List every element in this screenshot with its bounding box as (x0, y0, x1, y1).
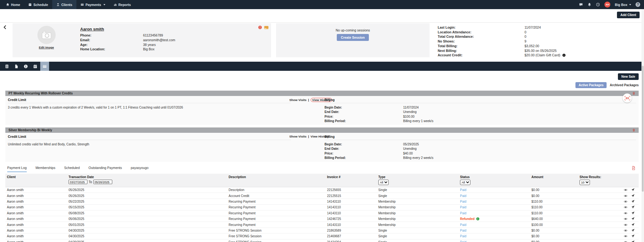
client-name-link[interactable]: Aaron smith (80, 27, 104, 31)
status-link[interactable]: Paid (460, 229, 466, 232)
tab-payasyougo[interactable]: payasyougo (131, 166, 149, 172)
cell-description: Description (227, 188, 325, 192)
status-link[interactable]: Refunded (460, 217, 475, 221)
archived-packages-tab[interactable]: Archived Packages (610, 83, 639, 87)
cell-date: 05/22/2025 (67, 200, 227, 203)
new-sale-button[interactable]: New Sale (618, 73, 639, 80)
export-pdf-icon[interactable] (631, 166, 636, 170)
nav-clients-label: Clients (61, 3, 72, 7)
view-receipt-icon[interactable] (624, 217, 628, 221)
billing-value: Billing every 2 week/s (403, 156, 433, 160)
payment-card-icon[interactable] (264, 26, 269, 29)
billing-row: Price:$40.00 (325, 151, 636, 156)
tab-memberships[interactable]: Memberships (36, 166, 55, 172)
status-link[interactable]: Paid (460, 188, 466, 192)
show-visits-link[interactable]: Show Visits (289, 135, 307, 138)
file-icon (14, 64, 19, 69)
no-payment-method-badge[interactable] (623, 93, 632, 103)
package-links: Show Visits | View History (289, 98, 326, 102)
type-select[interactable]: All (378, 180, 389, 185)
send-receipt-icon[interactable] (631, 240, 635, 242)
client-flags (258, 25, 269, 29)
history-icon[interactable] (596, 3, 600, 7)
add-client-button[interactable]: Add Client (617, 12, 640, 18)
cell-amount: $0.00 (530, 194, 578, 198)
top-nav: Home Schedule Clients Payments Reports A… (0, 0, 644, 9)
billing-value: $100.00 (403, 115, 414, 119)
send-receipt-icon[interactable] (631, 200, 635, 204)
nav-payments[interactable]: Payments (76, 0, 109, 9)
credit-limit-title: Credit Limit (8, 98, 291, 103)
send-receipt-icon[interactable] (631, 188, 635, 192)
home-icon (6, 3, 9, 6)
status-link[interactable]: Paid (460, 200, 466, 203)
view-receipt-icon[interactable] (624, 211, 628, 215)
status-link[interactable]: Paid (460, 211, 466, 215)
nav-clients[interactable]: Clients (52, 0, 76, 9)
status-link[interactable]: Paid (460, 234, 466, 238)
nav-schedule[interactable]: Schedule (24, 0, 52, 9)
view-receipt-icon[interactable] (624, 223, 628, 227)
payment-row: Aaron smith 04/29/2025 Free STRONG Sessi… (5, 239, 639, 242)
send-receipt-icon[interactable] (631, 228, 635, 233)
col-show-results: Show Results: 10 (578, 175, 639, 185)
alert-icon[interactable] (258, 25, 262, 29)
org-switcher[interactable]: Big Box (615, 3, 631, 7)
back-button[interactable] (3, 25, 6, 29)
status-select[interactable]: All (460, 180, 470, 185)
view-receipt-icon[interactable] (624, 194, 628, 198)
status-link[interactable]: Paid (460, 194, 466, 198)
client-field: Email:aaronsmith@test.com (80, 38, 175, 42)
sessions-panel: No up-coming sessions Create Session (276, 23, 430, 57)
view-receipt-icon[interactable] (624, 234, 628, 238)
edit-image-link[interactable]: Edit Image (39, 46, 54, 49)
info-icon[interactable] (562, 53, 566, 57)
status-link[interactable]: Paid (460, 205, 466, 209)
send-receipt-icon[interactable] (631, 234, 635, 238)
view-receipt-icon[interactable] (624, 228, 628, 233)
tab-outstanding-payments[interactable]: Outstanding Payments (89, 166, 122, 172)
view-receipt-icon[interactable] (624, 188, 628, 192)
send-receipt-icon[interactable] (631, 205, 635, 209)
status-link[interactable]: Paid (460, 223, 466, 227)
send-receipt-icon[interactable] (631, 211, 635, 215)
nav-home[interactable]: Home (2, 0, 24, 9)
date-to-input[interactable] (93, 180, 112, 184)
refund-info-icon[interactable] (476, 217, 480, 221)
tab-schedule[interactable] (31, 62, 40, 71)
show-results-select[interactable]: 10 (580, 180, 590, 185)
barcode-icon (625, 96, 630, 100)
help-icon[interactable]: ? (636, 2, 640, 7)
view-receipt-icon[interactable] (624, 205, 628, 209)
cell-description: Free STRONG Session (227, 229, 325, 232)
tab-journal[interactable] (3, 62, 11, 71)
create-session-button[interactable]: Create Session (337, 34, 369, 41)
send-receipt-icon[interactable] (631, 223, 635, 227)
tab-info[interactable] (21, 62, 30, 71)
avatar[interactable]: AH (604, 2, 610, 8)
cell-invoice: 14143110 (325, 200, 377, 203)
view-receipt-icon[interactable] (624, 200, 628, 204)
credit-limit-title: Credit Limit (8, 135, 291, 140)
nav-reports[interactable]: Reports (109, 0, 135, 9)
tab-billing[interactable] (40, 62, 49, 71)
send-receipt-icon[interactable] (631, 194, 635, 198)
scrollbar-thumb[interactable] (642, 66, 644, 192)
show-visits-link[interactable]: Show Visits (289, 98, 307, 102)
cell-client: Aaron smith (5, 234, 67, 238)
vertical-scrollbar[interactable] (641, 9, 644, 242)
tab-documents[interactable] (12, 62, 21, 71)
col-transaction-date: Transaction Date To (67, 175, 227, 184)
send-receipt-icon[interactable] (631, 217, 635, 221)
delete-package-icon[interactable] (632, 92, 636, 95)
status-link[interactable]: Paid (460, 240, 466, 242)
cell-type: Single (377, 240, 458, 242)
active-packages-tab[interactable]: Active Packages (575, 82, 607, 88)
tab-scheduled[interactable]: Scheduled (64, 166, 80, 172)
date-from-input[interactable] (69, 180, 87, 184)
chat-icon[interactable] (579, 3, 583, 7)
tab-payment-log[interactable]: Payment Log (7, 166, 27, 172)
view-receipt-icon[interactable] (624, 240, 628, 242)
notifications-icon[interactable] (587, 3, 591, 7)
delete-package-icon[interactable] (632, 128, 636, 132)
